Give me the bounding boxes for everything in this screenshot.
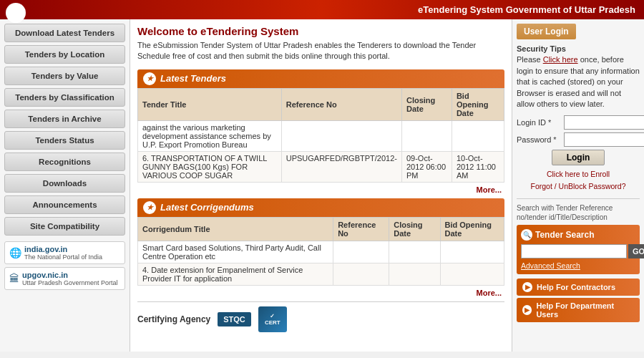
tenders-by-value-btn[interactable]: Tenders by Value bbox=[4, 67, 125, 85]
table-row: against the various marketing developmen… bbox=[138, 120, 504, 151]
right-panel: User Login Security Tips Please Click he… bbox=[512, 19, 644, 352]
login-form: Login ID * Password * Login Click here t… bbox=[517, 115, 640, 193]
announcements-btn[interactable]: Announcements bbox=[4, 195, 125, 214]
col-closing-date: Closing Date bbox=[401, 88, 452, 120]
col-corr-bid-opening: Bid Opening Date bbox=[440, 217, 504, 241]
intro-text: The eSubmission Tender System of Uttar P… bbox=[137, 40, 504, 62]
downloads-btn[interactable]: Downloads bbox=[4, 174, 125, 193]
upgov-logo-text: upgov.nic.in bbox=[22, 271, 118, 279]
latest-corrigendums-table: Corrigendum Title Reference No Closing D… bbox=[137, 217, 504, 286]
login-button[interactable]: Login bbox=[552, 150, 605, 165]
advanced-search-link[interactable]: Advanced Search bbox=[521, 261, 635, 270]
col-corr-closing: Closing Date bbox=[389, 217, 440, 241]
table-row: Smart Card based Solutions, Third Party … bbox=[138, 241, 504, 263]
login-id-label: Login ID * bbox=[517, 118, 561, 127]
tenders-status-btn[interactable]: Tenders Status bbox=[4, 131, 125, 150]
search-hint: Search with Tender Reference no/tender i… bbox=[517, 203, 640, 222]
tender-search-title: 🔍 Tender Search bbox=[521, 229, 635, 241]
password-input[interactable] bbox=[564, 132, 644, 147]
help-contractors-label: Help For Contractors bbox=[537, 283, 615, 291]
upgov-logo-sub: Uttar Pradesh Government Portal bbox=[22, 279, 118, 286]
latest-tenders-header: ★ Latest Tenders bbox=[137, 69, 504, 88]
col-ref-no: Reference No bbox=[281, 88, 401, 120]
main-heading: Welcome to eTendering System bbox=[137, 25, 504, 37]
help-department-arrow: ▶ bbox=[522, 305, 532, 315]
latest-corrigendums-icon: ★ bbox=[143, 201, 156, 214]
help-contractors-btn[interactable]: ▶ Help For Contractors bbox=[517, 279, 640, 296]
help-department-btn[interactable]: ▶ Help For Department Users bbox=[517, 298, 640, 322]
india-logo-sub: The National Portal of India bbox=[24, 253, 102, 261]
tenders-by-location-btn[interactable]: Tenders by Location bbox=[4, 45, 125, 64]
site-compatibility-btn[interactable]: Site Compatibility bbox=[4, 217, 125, 236]
latest-tenders-title: Latest Tenders bbox=[160, 73, 226, 84]
latest-tenders-table: Tender Title Reference No Closing Date B… bbox=[137, 88, 504, 183]
stqc-badge: STQC bbox=[218, 312, 251, 326]
security-tips-text: once, before login to ensure that any in… bbox=[517, 55, 640, 108]
main-content: Welcome to eTendering System The eSubmis… bbox=[130, 19, 512, 352]
certifying-section: Certifying Agency STQC ✓CERT bbox=[137, 301, 504, 332]
password-label: Password * bbox=[517, 135, 561, 144]
sidebar-buttons: Download Latest TendersTenders by Locati… bbox=[4, 24, 125, 236]
latest-tenders-more[interactable]: More... bbox=[137, 185, 502, 194]
india-gov-logo[interactable]: 🌐 india.gov.in The National Portal of In… bbox=[4, 241, 125, 264]
logo-icon bbox=[6, 3, 26, 23]
col-tender-title: Tender Title bbox=[138, 88, 282, 120]
download-latest-tenders-btn[interactable]: Download Latest Tenders bbox=[4, 24, 125, 42]
latest-tenders-section: ★ Latest Tenders Tender Title Reference … bbox=[137, 69, 504, 194]
password-row: Password * bbox=[517, 132, 640, 147]
latest-tenders-icon: ★ bbox=[143, 72, 156, 85]
help-department-label: Help For Department Users bbox=[536, 301, 634, 319]
recognitions-btn[interactable]: Recognitions bbox=[4, 153, 125, 171]
tenders-in-archive-btn[interactable]: Tenders in Archive bbox=[4, 110, 125, 128]
col-bid-opening: Bid Opening Date bbox=[452, 88, 504, 120]
table-row: 6. TRANSPORTATION OF A TWILL GUNNY BAGS(… bbox=[138, 151, 504, 182]
latest-corrigendums-title: Latest Corrigendums bbox=[160, 202, 254, 213]
enroll-link[interactable]: Click here to Enroll bbox=[547, 170, 610, 178]
security-tips-heading: Security Tips bbox=[517, 44, 566, 53]
forgot-link[interactable]: Forgot / UnBlock Password? bbox=[530, 182, 625, 190]
help-contractors-arrow: ▶ bbox=[522, 282, 532, 292]
sidebar-logos: 🌐 india.gov.in The National Portal of In… bbox=[4, 241, 125, 290]
sidebar: Download Latest TendersTenders by Locati… bbox=[0, 19, 130, 352]
security-tips: Security Tips Please Click here once, be… bbox=[517, 44, 640, 110]
tender-search-box: 🔍 Tender Search GO Advanced Search bbox=[517, 225, 640, 274]
security-tips-link[interactable]: Click here bbox=[543, 55, 578, 64]
go-button[interactable]: GO bbox=[628, 244, 644, 258]
certifying-label: Certifying Agency bbox=[137, 314, 210, 324]
tender-search-input[interactable] bbox=[521, 244, 627, 258]
table-row: 4. Date extension for Empanelment of Ser… bbox=[138, 263, 504, 285]
search-icon: 🔍 bbox=[521, 229, 532, 241]
divider-1 bbox=[517, 198, 640, 199]
corrigendums-more[interactable]: More... bbox=[137, 289, 502, 297]
search-row: GO bbox=[521, 244, 635, 258]
login-links: Click here to Enroll Forgot / UnBlock Pa… bbox=[517, 168, 640, 193]
header: eTendering System Government of Uttar Pr… bbox=[0, 0, 644, 19]
tenders-by-classification-btn[interactable]: Tenders by Classification bbox=[4, 88, 125, 107]
user-login-tab: User Login bbox=[517, 24, 576, 39]
col-corrigendum-title: Corrigendum Title bbox=[138, 217, 333, 241]
cert-icon: ✓CERT bbox=[258, 306, 287, 332]
col-corr-ref-no: Reference No bbox=[333, 217, 389, 241]
login-id-row: Login ID * bbox=[517, 115, 640, 130]
latest-corrigendums-section: ★ Latest Corrigendums Corrigendum Title … bbox=[137, 198, 504, 297]
latest-corrigendums-header: ★ Latest Corrigendums bbox=[137, 198, 504, 217]
india-logo-text: india.gov.in bbox=[24, 245, 102, 253]
login-id-input[interactable] bbox=[564, 115, 644, 130]
upgov-logo[interactable]: 🏛 upgov.nic.in Uttar Pradesh Government … bbox=[4, 267, 125, 290]
header-title: eTendering System Government of Uttar Pr… bbox=[418, 4, 635, 15]
